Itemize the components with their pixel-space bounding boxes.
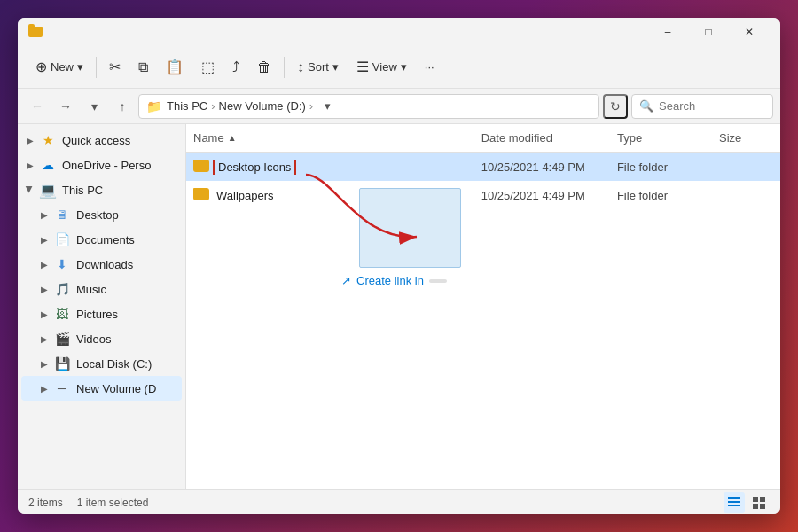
documents-icon: 📄 xyxy=(53,231,71,248)
file-name-cell: Wallpapers xyxy=(186,188,474,203)
expand-icon: ▶ xyxy=(35,330,53,348)
paste-button[interactable]: 📋 xyxy=(159,53,191,81)
folder-icon xyxy=(193,160,209,175)
file-modified-cell: 10/25/2021 4:49 PM xyxy=(474,160,610,174)
path-folder-icon: 📁 xyxy=(146,99,161,113)
sidebar-item-onedrive[interactable]: ▶ ☁ OneDrive - Perso xyxy=(21,153,182,177)
downloads-icon: ⬇ xyxy=(53,255,71,273)
copy-button[interactable]: ⧉ xyxy=(131,54,155,81)
address-dropdown-icon[interactable]: ▾ xyxy=(317,94,338,119)
col-header-size[interactable]: Size xyxy=(712,128,780,148)
close-button[interactable]: ✕ xyxy=(729,18,770,46)
list-view-icon xyxy=(727,496,741,510)
new-button[interactable]: ⊕ New ▾ xyxy=(28,53,90,81)
expand-icon: ▶ xyxy=(35,305,53,323)
window-icon xyxy=(28,25,43,39)
sidebar-item-desktop[interactable]: ▶ 🖥 Desktop xyxy=(21,202,182,227)
cut-button[interactable]: ✂ xyxy=(102,53,128,81)
share-icon: ⤴ xyxy=(232,59,239,75)
delete-button[interactable]: 🗑 xyxy=(250,54,278,81)
desktop-icon: 🖥 xyxy=(53,206,71,223)
back-button[interactable]: ← xyxy=(25,94,50,119)
address-bar: ← → ▾ ↑ 📁 This PC › New Volume (D:) › ▾ … xyxy=(18,89,780,124)
rename-button[interactable]: ⬚ xyxy=(194,53,222,81)
pictures-icon: 🖼 xyxy=(53,305,71,323)
item-count: 2 items xyxy=(28,497,63,509)
svg-rect-1 xyxy=(728,497,740,499)
delete-icon: 🗑 xyxy=(257,59,271,75)
view-chevron-icon: ▾ xyxy=(401,60,407,74)
sidebar-item-quick-access[interactable]: ▶ ★ Quick access xyxy=(21,128,182,153)
search-input[interactable] xyxy=(659,99,765,113)
expand-icon: ▶ xyxy=(21,156,39,174)
destination-badge xyxy=(429,279,447,283)
refresh-button[interactable]: ↻ xyxy=(603,94,628,119)
sidebar-label-quick-access: Quick access xyxy=(62,134,130,147)
expand-icon: ▶ xyxy=(21,181,39,199)
list-view-button[interactable] xyxy=(724,492,745,513)
sidebar-item-documents[interactable]: ▶ 📄 Documents xyxy=(21,227,182,252)
more-button[interactable]: ··· xyxy=(418,55,442,79)
status-bar: 2 items 1 item selected xyxy=(18,489,780,514)
create-link-text: Create link in xyxy=(356,274,424,287)
view-icon: ☰ xyxy=(356,59,369,75)
path-this-pc: This PC xyxy=(167,99,207,113)
file-type-cell: File folder xyxy=(610,160,712,174)
sidebar-item-local-disk[interactable]: ▶ 💾 Local Disk (C:) xyxy=(21,351,182,376)
share-button[interactable]: ⤴ xyxy=(225,54,246,81)
sidebar-item-this-pc[interactable]: ▶ 💻 This PC xyxy=(21,177,182,202)
col-header-modified[interactable]: Date modified xyxy=(474,128,610,148)
table-row[interactable]: Desktop Icons 10/25/2021 4:49 PM File fo… xyxy=(186,153,780,181)
recent-locations-button[interactable]: ▾ xyxy=(82,94,106,119)
selected-count: 1 item selected xyxy=(77,497,149,509)
search-icon: 🔍 xyxy=(639,99,653,113)
sort-icon: ↕ xyxy=(297,59,304,75)
sidebar-label-desktop: Desktop xyxy=(76,208,119,222)
file-list-header: Name ▲ Date modified Type Size xyxy=(186,124,780,153)
copy-icon: ⧉ xyxy=(138,59,148,75)
svg-rect-7 xyxy=(760,504,765,509)
quick-access-icon: ★ xyxy=(39,131,57,149)
table-row[interactable]: Wallpapers 10/25/2021 4:49 PM File folde… xyxy=(186,181,780,209)
expand-icon: ▶ xyxy=(21,131,39,149)
onedrive-icon: ☁ xyxy=(39,156,57,174)
main-content: ▶ ★ Quick access ▶ ☁ OneDrive - Perso ▶ … xyxy=(18,124,780,489)
address-path[interactable]: 📁 This PC › New Volume (D:) › ▾ xyxy=(138,94,599,119)
col-header-type[interactable]: Type xyxy=(610,128,712,148)
up-button[interactable]: ↑ xyxy=(110,94,135,119)
search-box[interactable]: 🔍 xyxy=(631,94,773,119)
toolbar-sep-1 xyxy=(96,57,97,78)
sort-label: Sort xyxy=(308,60,329,74)
svg-rect-5 xyxy=(760,497,765,502)
view-button[interactable]: ☰ View ▾ xyxy=(349,53,414,81)
this-pc-icon: 💻 xyxy=(39,181,57,199)
sidebar-item-new-volume[interactable]: ▶ ─ New Volume (D xyxy=(21,376,182,401)
svg-rect-6 xyxy=(753,504,758,509)
sidebar: ▶ ★ Quick access ▶ ☁ OneDrive - Perso ▶ … xyxy=(18,124,186,489)
minimize-button[interactable]: – xyxy=(647,18,688,46)
sidebar-label-this-pc: This PC xyxy=(62,184,103,197)
col-header-name[interactable]: Name ▲ xyxy=(186,128,474,148)
paste-icon: 📋 xyxy=(166,59,184,75)
sidebar-item-music[interactable]: ▶ 🎵 Music xyxy=(21,277,182,301)
title-bar: – □ ✕ xyxy=(18,18,780,46)
maximize-button[interactable]: □ xyxy=(688,18,729,46)
sort-chevron-icon: ▾ xyxy=(332,60,339,74)
sidebar-label-music: Music xyxy=(76,283,106,296)
grid-view-button[interactable] xyxy=(748,492,770,513)
grid-view-icon xyxy=(752,496,766,510)
expand-icon: ▶ xyxy=(35,255,53,273)
svg-rect-4 xyxy=(753,497,758,502)
forward-button[interactable]: → xyxy=(53,94,78,119)
expand-icon: ▶ xyxy=(35,355,53,372)
folder-icon xyxy=(193,188,209,203)
sidebar-item-downloads[interactable]: ▶ ⬇ Downloads xyxy=(21,252,182,277)
sidebar-item-pictures[interactable]: ▶ 🖼 Pictures xyxy=(21,301,182,326)
sort-button[interactable]: ↕ Sort ▾ xyxy=(290,54,346,81)
file-name-cell: Desktop Icons xyxy=(186,160,474,175)
sidebar-item-videos[interactable]: ▶ 🎬 Videos xyxy=(21,326,182,351)
view-label: View xyxy=(372,60,397,74)
toolbar-sep-2 xyxy=(284,57,285,78)
file-modified-cell: 10/25/2021 4:49 PM xyxy=(474,189,610,202)
file-type-cell: File folder xyxy=(610,189,712,202)
